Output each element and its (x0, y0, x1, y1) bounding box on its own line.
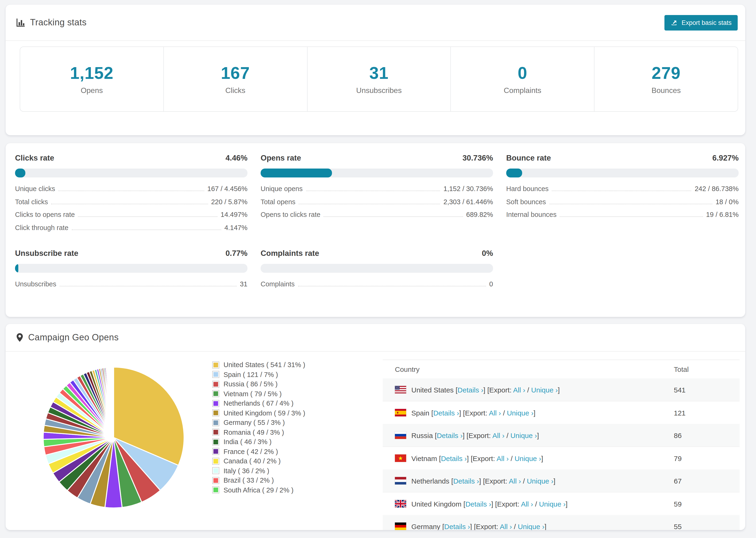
legend-swatch (212, 467, 219, 474)
dotted-leader (560, 216, 703, 217)
geo-export-all-link[interactable]: All › (521, 500, 533, 508)
geo-table-country-cell: Spain [Details ›] [Export: All › / Uniqu… (383, 409, 674, 417)
legend-swatch (212, 419, 219, 426)
geo-export-unique-link[interactable]: Unique › (539, 500, 566, 508)
rate-row-value: 19 / 6.81% (706, 211, 739, 218)
legend-item-germany: Germany ( 55 / 3% ) (212, 418, 305, 427)
legend-item-united-states: United States ( 541 / 31% ) (212, 360, 305, 370)
rate-row: Internal bounces19 / 6.81% (506, 211, 739, 224)
geo-details-link[interactable]: Details › (444, 522, 470, 530)
rate-row-label: Internal bounces (506, 211, 557, 218)
legend-swatch (212, 409, 219, 417)
geo-export-all-link[interactable]: All › (492, 431, 505, 439)
geo-export-unique-link[interactable]: Unique › (507, 409, 533, 417)
geo-details-link[interactable]: Details › (458, 386, 483, 394)
geo-export-all-link[interactable]: All › (500, 522, 512, 530)
rate-row-label: Click through rate (15, 224, 68, 231)
geo-export-all-link[interactable]: All › (497, 454, 509, 462)
geo-export-all-link[interactable]: All › (513, 386, 525, 394)
stat-value: 31 (369, 63, 389, 83)
rate-title: Bounce rate (506, 153, 551, 162)
stat-box-bounces: 279Bounces (594, 47, 738, 111)
rate-row: Unique clicks167 / 4.456% (15, 185, 247, 198)
stat-label: Bounces (652, 86, 681, 95)
progress-bar-track (15, 264, 247, 273)
rate-block-complaints-rate: Complaints rate0%Complaints0 (261, 249, 493, 293)
rate-row-value: 4.147% (225, 224, 247, 231)
export-basic-stats-button[interactable]: Export basic stats (665, 15, 738, 30)
geo-total-cell: 55 (674, 522, 739, 530)
stat-label: Opens (81, 86, 103, 95)
geo-details-link[interactable]: Details › (465, 500, 491, 508)
geo-table-country-cell: Netherlands [Details ›] [Export: All › /… (383, 477, 674, 485)
rate-row-label: Total opens (261, 198, 296, 205)
dotted-leader (549, 203, 712, 204)
geo-export-unique-link[interactable]: Unique › (511, 431, 537, 439)
geo-details-link[interactable]: Details › (453, 477, 479, 485)
rate-row-value: 18 / 0% (716, 198, 739, 205)
rate-value: 6.927% (712, 153, 739, 162)
legend-swatch (212, 458, 219, 465)
geo-country-text: Germany [Details ›] [Export: All › / Uni… (411, 522, 546, 530)
legend-item-india: India ( 46 / 3% ) (212, 437, 305, 447)
geo-table-row-es: Spain [Details ›] [Export: All › / Uniqu… (383, 401, 739, 424)
legend-swatch (212, 390, 219, 398)
geo-table-country-cell: United Kingdom [Details ›] [Export: All … (383, 500, 674, 508)
rate-row-label: Total clicks (15, 198, 48, 205)
progress-bar-fill (506, 169, 522, 178)
legend-label: Germany ( 55 / 3% ) (224, 419, 285, 426)
legend-item-italy: Italy ( 36 / 2% ) (212, 466, 305, 476)
progress-bar-track (15, 169, 247, 178)
page-title: Tracking stats (30, 17, 87, 28)
legend-swatch (212, 439, 219, 446)
dotted-leader (51, 203, 208, 204)
stat-label: Unsubscribes (356, 86, 402, 95)
geo-country-text: United Kingdom [Details ›] [Export: All … (411, 500, 567, 508)
tracking-stats-header: Tracking stats Export basic stats (6, 5, 745, 41)
geo-table-country-cell: United States [Details ›] [Export: All ›… (383, 386, 674, 394)
rate-row-value: 14.497% (221, 211, 248, 218)
geo-export-unique-link[interactable]: Unique › (514, 454, 541, 462)
geo-details-link[interactable]: Details › (433, 409, 459, 417)
geo-export-all-link[interactable]: All › (489, 409, 501, 417)
geo-content: United States ( 541 / 31% )Spain ( 121 /… (6, 351, 745, 530)
legend-swatch (212, 477, 219, 484)
rate-row-value: 220 / 5.87% (211, 198, 247, 205)
geo-export-unique-link[interactable]: Unique › (527, 477, 553, 485)
legend-label: India ( 46 / 3% ) (224, 438, 272, 446)
bar-chart-icon (16, 18, 26, 27)
legend-item-united-kingdom: United Kingdom ( 59 / 3% ) (212, 408, 305, 418)
legend-label: Russia ( 86 / 5% ) (224, 381, 278, 388)
geo-total-cell: 86 (674, 431, 739, 439)
rate-row: Unsubscribes31 (15, 280, 247, 293)
map-marker-icon (16, 333, 24, 342)
legend-swatch (212, 400, 219, 407)
rate-row: Soft bounces18 / 0% (506, 198, 739, 211)
progress-bar-track (506, 169, 739, 178)
rate-title: Complaints rate (261, 249, 319, 258)
stat-box-opens: 1,152Opens (20, 47, 164, 111)
legend-label: United Kingdom ( 59 / 3% ) (224, 409, 305, 417)
geo-export-unique-link[interactable]: Unique › (518, 522, 544, 530)
geo-details-link[interactable]: Details › (441, 454, 467, 462)
rate-row: Complaints0 (261, 280, 493, 293)
geo-header: Campaign Geo Opens (6, 324, 745, 351)
legend-swatch (212, 381, 219, 388)
geo-title: Campaign Geo Opens (28, 332, 119, 343)
rate-title: Opens rate (261, 153, 301, 162)
geo-pie-legend: United States ( 541 / 31% )Spain ( 121 /… (212, 360, 305, 495)
legend-item-france: France ( 42 / 2% ) (212, 447, 305, 456)
country-flag-icon-nl (395, 477, 406, 484)
legend-label: Vietnam ( 79 / 5% ) (224, 390, 282, 398)
rate-row-value: 242 / 86.738% (695, 185, 739, 192)
stat-box-unsubscribes: 31Unsubscribes (307, 47, 451, 111)
geo-total-cell: 67 (674, 477, 739, 485)
stat-value: 167 (221, 63, 250, 83)
geo-table-row-de: Germany [Details ›] [Export: All › / Uni… (383, 515, 739, 530)
geo-export-unique-link[interactable]: Unique › (531, 386, 558, 394)
rate-row-label: Soft bounces (506, 198, 546, 205)
rate-rows: Hard bounces242 / 86.738%Soft bounces18 … (506, 185, 739, 224)
geo-table-header-country: Country (383, 365, 674, 373)
geo-export-all-link[interactable]: All › (509, 477, 521, 485)
geo-details-link[interactable]: Details › (437, 431, 462, 439)
